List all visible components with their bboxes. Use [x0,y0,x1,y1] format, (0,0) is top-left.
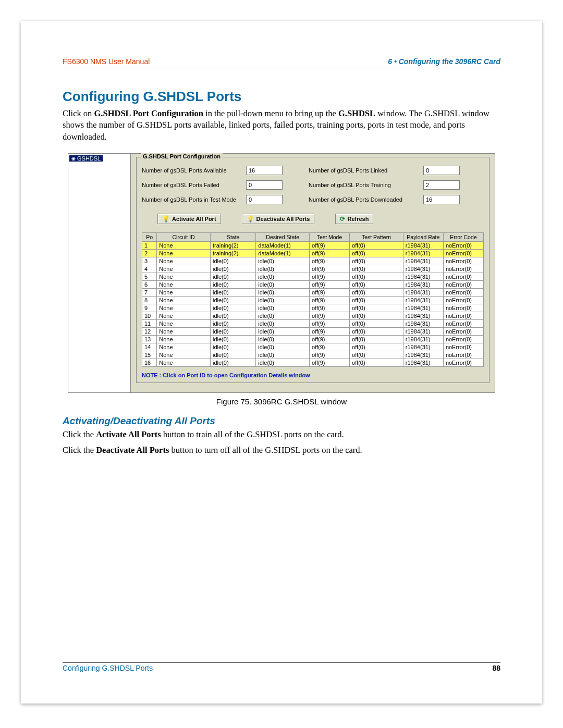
cell-cir: None [157,280,211,288]
cell-pr: r1984(31) [403,296,443,304]
cell-st: idle(0) [210,273,255,280]
cell-tp: off(0) [350,241,403,249]
cell-des: idle(0) [256,288,310,296]
deactivate-all-button[interactable]: 💡 Deactivate All Ports [242,214,315,224]
table-row[interactable]: 5Noneidle(0)idle(0)off(9)off(0)r1984(31)… [142,273,484,280]
col-circuit[interactable]: Circuit ID [157,232,211,241]
table-row[interactable]: 10Noneidle(0)idle(0)off(9)off(0)r1984(31… [142,312,484,319]
cell-tp: off(0) [350,319,403,327]
col-port[interactable]: Po [142,232,157,241]
col-error[interactable]: Error Code [443,232,483,241]
cell-st: idle(0) [210,343,255,351]
table-row[interactable]: 4Noneidle(0)idle(0)off(9)off(0)r1984(31)… [142,265,484,273]
cell-po: 5 [142,273,157,280]
cell-po: 10 [142,312,157,319]
cell-des: idle(0) [256,312,310,319]
cell-st: idle(0) [210,327,255,335]
cell-pr: r1984(31) [403,351,443,359]
table-body: 1Nonetraining(2)dataMode(1)off(9)off(0)r… [142,241,484,366]
table-row[interactable]: 1Nonetraining(2)dataMode(1)off(9)off(0)r… [142,241,484,249]
cell-po: 2 [142,249,157,257]
table-row[interactable]: 3Noneidle(0)idle(0)off(9)off(0)r1984(31)… [142,257,484,265]
table-row[interactable]: 7Noneidle(0)idle(0)off(9)off(0)r1984(31)… [142,288,484,296]
cell-tm: off(9) [310,288,350,296]
cell-des: dataMode(1) [256,249,310,257]
stat-label-testmode: Number of gsDSL Ports in Test Mode [142,196,246,203]
table-row[interactable]: 16Noneidle(0)idle(0)off(9)off(0)r1984(31… [142,359,484,366]
cell-cir: None [157,257,211,265]
cell-po: 1 [142,241,157,249]
cell-des: idle(0) [256,296,310,304]
stat-label-linked: Number of gsDSL Ports Linked [309,167,423,174]
ports-table: Po Circuit ID State Desired State Test M… [142,232,484,367]
cell-ec: noError(0) [443,265,483,273]
activate-label: Activate All Port [172,216,216,222]
cell-pr: r1984(31) [403,241,443,249]
stat-label-failed: Number of gsDSL Ports Failed [142,182,246,188]
tree-node-label: GSHDSL [77,155,101,162]
cell-ec: noError(0) [443,351,483,359]
cell-st: idle(0) [210,319,255,327]
stat-value-training: 2 [423,180,460,190]
cell-ec: noError(0) [443,273,483,280]
cell-des: idle(0) [256,257,310,265]
figure-caption: Figure 75. 3096RC G.SHDSL window [63,397,500,406]
cell-ec: noError(0) [443,241,483,249]
cell-po: 8 [142,296,157,304]
cell-pr: r1984(31) [403,304,443,312]
table-row[interactable]: 13Noneidle(0)idle(0)off(9)off(0)r1984(31… [142,335,484,343]
cell-pr: r1984(31) [403,288,443,296]
col-desired[interactable]: Desired State [256,232,310,241]
cell-des: idle(0) [256,335,310,343]
cell-tm: off(9) [310,312,350,319]
table-row[interactable]: 12Noneidle(0)idle(0)off(9)off(0)r1984(31… [142,327,484,335]
bulb-on-icon: 💡 [162,215,170,223]
cell-tp: off(0) [350,343,403,351]
cell-po: 6 [142,280,157,288]
table-row[interactable]: 6Noneidle(0)idle(0)off(9)off(0)r1984(31)… [142,280,484,288]
cell-cir: None [157,296,211,304]
cell-cir: None [157,319,211,327]
cell-cir: None [157,273,211,280]
table-row[interactable]: 14Noneidle(0)idle(0)off(9)off(0)r1984(31… [142,343,484,351]
col-state[interactable]: State [210,232,255,241]
deactivate-label: Deactivate All Ports [256,216,310,222]
gshdsl-window: ◉ GSHDSL G.SHDSL Port Configuration Numb… [68,153,495,393]
cell-st: idle(0) [210,335,255,343]
cell-po: 15 [142,351,157,359]
nav-tree: ◉ GSHDSL [68,154,131,392]
cell-tp: off(0) [350,257,403,265]
table-row[interactable]: 15Noneidle(0)idle(0)off(9)off(0)r1984(31… [142,351,484,359]
cell-tm: off(9) [310,265,350,273]
col-testpattern[interactable]: Test Pattern [350,232,403,241]
table-row[interactable]: 8Noneidle(0)idle(0)off(9)off(0)r1984(31)… [142,296,484,304]
cell-po: 12 [142,327,157,335]
activate-all-button[interactable]: 💡 Activate All Port [157,214,221,224]
stat-value-available: 16 [246,166,283,175]
cell-ec: noError(0) [443,312,483,319]
cell-po: 13 [142,335,157,343]
cell-ec: noError(0) [443,304,483,312]
cell-tm: off(9) [310,319,350,327]
col-testmode[interactable]: Test Mode [310,232,350,241]
cell-st: idle(0) [210,312,255,319]
tree-node-gshdsl[interactable]: ◉ GSHDSL [69,155,103,162]
cell-tm: off(9) [310,304,350,312]
fieldset-legend: G.SHDSL Port Configuration [141,153,223,159]
cell-st: training(2) [210,249,255,257]
cell-cir: None [157,359,211,366]
table-row[interactable]: 2Nonetraining(2)dataMode(1)off(9)off(0)r… [142,249,484,257]
table-row[interactable]: 11Noneidle(0)idle(0)off(9)off(0)r1984(31… [142,319,484,327]
cell-des: idle(0) [256,343,310,351]
cell-st: idle(0) [210,257,255,265]
cell-tm: off(9) [310,280,350,288]
cell-pr: r1984(31) [403,312,443,319]
intro-c: in the pull-down menu to bring up the [203,108,338,118]
header-manual: FS6300 NMS User Manual [63,57,150,66]
refresh-button[interactable]: ⟳ Refresh [335,214,373,224]
cell-st: idle(0) [210,359,255,366]
col-payload[interactable]: Payload Rate [403,232,443,241]
cell-po: 11 [142,319,157,327]
cell-pr: r1984(31) [403,343,443,351]
table-row[interactable]: 9Noneidle(0)idle(0)off(9)off(0)r1984(31)… [142,304,484,312]
